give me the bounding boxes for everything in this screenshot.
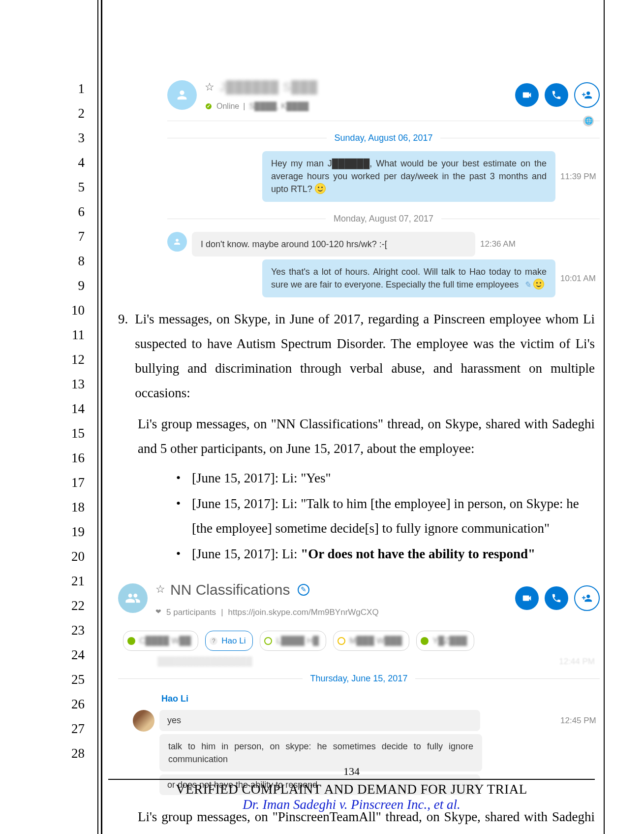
line-number: 26 [71, 697, 85, 712]
chip-label: C████ W██ [139, 633, 191, 648]
bullet-prefix: [June 15, 2017]: Li: [192, 546, 301, 561]
line-number: 25 [71, 672, 85, 687]
chip-label: Hao Li [221, 633, 245, 648]
participant-chip-hao-li[interactable]: ?Hao Li [205, 631, 253, 651]
footer-case-name: Dr. Iman Sadeghi v. Pinscreen Inc., et a… [108, 797, 595, 812]
smile-emoji [533, 279, 544, 289]
message-row-sent: Hey my man J██████, What would be your b… [167, 151, 600, 201]
line-number: 15 [71, 426, 85, 441]
phone-icon [551, 90, 562, 100]
group-link[interactable]: https://join.skype.com/Mm9BYnrWgCXQ [228, 605, 379, 620]
participant-chip[interactable]: L████ H█ [260, 631, 326, 651]
video-call-button[interactable] [515, 83, 539, 107]
line-number: 27 [71, 721, 85, 737]
group-info: ☆ NN Classifications ✎ ❤ 5 participants … [155, 576, 507, 620]
call-actions [515, 585, 600, 611]
chip-label: M███ W███ [349, 633, 402, 648]
sender-photo[interactable] [133, 710, 154, 732]
add-participant-button[interactable] [574, 585, 600, 611]
line-number: 7 [78, 229, 85, 244]
date-label: Thursday, June 15, 2017 [303, 671, 416, 687]
line-number: 3 [78, 130, 85, 146]
bullet-item: [June 15, 2017]: Li: "Talk to him [the e… [172, 492, 595, 541]
page-footer: 134 VERIFIED COMPLAINT AND DEMAND FOR JU… [108, 765, 595, 812]
line-number: 28 [71, 746, 85, 761]
add-contact-button[interactable] [574, 82, 600, 108]
timestamp: 12:36 AM [480, 236, 520, 252]
message-text: Hey my man J██████, What would be your b… [271, 159, 547, 194]
group-message[interactable]: yes [159, 710, 480, 731]
numbered-paragraph-9: 9. Li's messages, on Skype, in June of 2… [118, 307, 595, 406]
audio-call-button[interactable] [545, 83, 568, 107]
add-person-icon [582, 90, 592, 100]
participant-chip[interactable]: M███ W███ [333, 631, 409, 651]
sender-name: Hao Li [161, 691, 600, 707]
participants-count: 5 participants [166, 605, 216, 620]
group-icon [125, 590, 141, 606]
message-text: Yes that's a lot of hours. Alright cool.… [271, 267, 547, 289]
contact-avatar[interactable] [167, 80, 197, 110]
line-number: 5 [78, 180, 85, 195]
line-number: 23 [71, 623, 85, 638]
message-row-sent: Yes that's a lot of hours. Alright cool.… [167, 259, 600, 297]
skype-group-conversation: ☆ NN Classifications ✎ ❤ 5 participants … [118, 574, 600, 795]
call-actions [515, 82, 600, 108]
line-number-gutter: 1 2 3 4 5 6 7 8 9 10 11 12 13 14 15 16 1… [0, 0, 93, 834]
bullet-bold: "Or does not have the ability to respond… [301, 546, 535, 561]
online-status-icon [205, 102, 213, 110]
skype-group-header: ☆ NN Classifications ✎ ❤ 5 participants … [118, 574, 600, 622]
timestamp: 12:45 PM [560, 713, 600, 728]
status-text: Online [216, 99, 239, 114]
page-number: 134 [108, 765, 595, 778]
line-number: 16 [71, 450, 85, 466]
location-redacted: S████, K████ [249, 99, 308, 114]
date-label: Sunday, August 06, 2017 [327, 130, 441, 146]
page-content: ☆ J██████ S███ Online | S████, K████ � [138, 0, 595, 834]
line-number: 13 [71, 377, 85, 392]
edit-name-icon[interactable]: ✎ [298, 584, 309, 596]
line-number: 8 [78, 254, 85, 269]
star-icon[interactable]: ☆ [205, 77, 215, 97]
paragraph-number: 9. [118, 307, 128, 406]
bullet-item: [June 15, 2017]: Li: "Yes" [172, 466, 595, 491]
line-number: 20 [71, 549, 85, 564]
person-icon [173, 237, 182, 246]
redacted-previous: ████████████████ [157, 654, 252, 669]
sent-message-2[interactable]: Yes that's a lot of hours. Alright cool.… [262, 259, 555, 297]
star-icon[interactable]: ☆ [155, 579, 165, 600]
line-number: 2 [78, 106, 85, 121]
audio-call-button[interactable] [545, 586, 568, 610]
date-divider: Thursday, June 15, 2017 [118, 671, 600, 687]
smile-emoji [315, 183, 326, 194]
contact-info: ☆ J██████ S███ Online | S████, K████ [205, 76, 507, 114]
line-number: 21 [71, 574, 85, 589]
edited-icon: ✎ [524, 280, 531, 289]
date-divider: Sunday, August 06, 2017 [167, 130, 600, 146]
margin-rule-3 [604, 0, 605, 834]
margin-rule-2 [101, 0, 102, 834]
video-call-button[interactable] [515, 586, 539, 610]
participant-chip[interactable]: C████ W██ [123, 631, 198, 651]
chevron-down-icon[interactable]: ❤ [155, 606, 161, 618]
sender-avatar[interactable] [167, 232, 187, 252]
participant-chips: C████ W██ ?Hao Li L████ H█ M███ W███ Y█Z… [123, 631, 600, 651]
line-number: 6 [78, 204, 85, 220]
timestamp: 11:39 PM [560, 169, 600, 184]
date-label: Monday, August 07, 2017 [326, 211, 441, 227]
line-number: 17 [71, 475, 85, 490]
timestamp: 10:01 AM [560, 271, 600, 286]
phone-icon [551, 593, 562, 604]
group-name: NN Classifications [170, 576, 290, 604]
contact-name-redacted: J██████ S███ [219, 76, 318, 98]
participant-chip[interactable]: Y█Z███ [416, 631, 474, 651]
chip-label: L████ H█ [276, 633, 319, 648]
globe-icon: 🌐 [583, 116, 594, 127]
group-avatar[interactable] [118, 583, 148, 613]
video-icon [521, 593, 532, 604]
line-number: 22 [71, 598, 85, 613]
skype-header: ☆ J██████ S███ Online | S████, K████ � [167, 74, 600, 121]
date-divider: Monday, August 07, 2017 [167, 211, 600, 227]
line-number: 24 [71, 647, 85, 663]
sent-message-1[interactable]: Hey my man J██████, What would be your b… [262, 151, 555, 201]
received-message-1[interactable]: I don't know. maybe around 100-120 hrs/w… [192, 232, 475, 257]
